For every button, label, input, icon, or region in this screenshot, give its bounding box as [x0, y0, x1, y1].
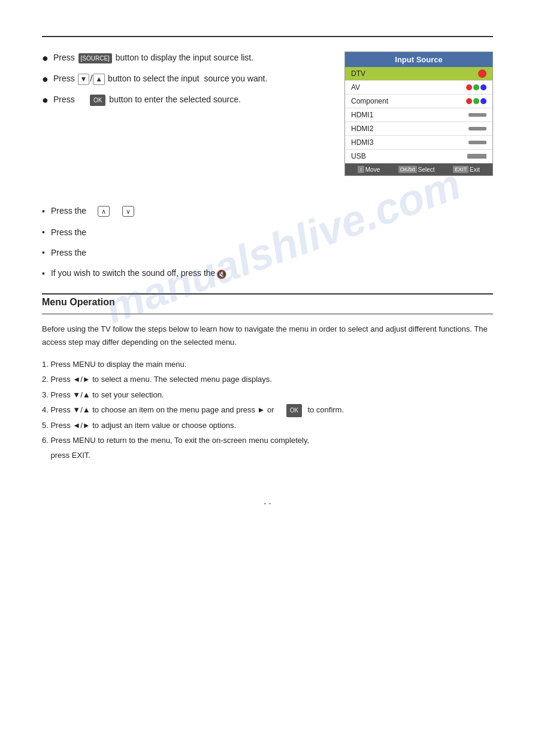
footer-move: ↕ Move: [358, 166, 380, 173]
sound-text-2: Press the: [51, 227, 86, 237]
sound-bullet-4: •: [42, 269, 45, 278]
menu-title: Menu Operation: [42, 297, 493, 308]
step-3: 3. Press ▼/▲ to set your selection.: [42, 388, 493, 402]
input-source-box: Input Source DTV AV Component: [344, 51, 493, 176]
source-footer: ↕ Move OK/txt Select EXIT Exit: [345, 163, 492, 175]
move-arrow-icon: ↕: [358, 166, 364, 173]
step-1: 1. Press MENU to display the main menu.: [42, 357, 493, 371]
mute-icon: 🔇: [216, 269, 226, 279]
source-label-hdmi2: HDMI2: [351, 125, 373, 133]
footer-text: - -: [264, 499, 271, 508]
source-row-component[interactable]: Component: [345, 95, 492, 108]
source-icons-av: [466, 84, 486, 90]
source-usb-icon: [467, 154, 486, 159]
menu-description: Before using the TV follow the steps bel…: [42, 323, 493, 349]
step-2: 2. Press ◄/► to select a menu. The selec…: [42, 372, 493, 386]
bullet-dot-1: ●: [42, 50, 49, 66]
sound-bullet-2: •: [42, 227, 45, 237]
footer-exit-label: Exit: [470, 166, 480, 173]
page: manualshlive.com ● Press [SOURCE] button…: [0, 0, 535, 756]
menu-steps: 1. Press MENU to display the main menu. …: [42, 357, 493, 463]
page-footer: - -: [42, 499, 493, 508]
source-row-dtv[interactable]: DTV: [345, 67, 492, 81]
source-row-hdmi3[interactable]: HDMI3: [345, 136, 492, 150]
chevron-down-btn: ∨: [122, 206, 134, 217]
bullet-text-1: Press [SOURCE] button to display the inp…: [53, 51, 253, 64]
source-label-dtv: DTV: [351, 69, 365, 78]
select-ok-icon: OK/txt: [398, 166, 417, 173]
circle-red: [466, 84, 472, 90]
step-6b: press EXIT.: [42, 448, 493, 462]
source-selected-icon: [478, 69, 486, 78]
step-6: 6. Press MENU to return to the menu, To …: [42, 433, 493, 447]
bullet-text-3: Press OK button to enter the selected so…: [53, 93, 241, 106]
source-row-av[interactable]: AV: [345, 81, 492, 95]
sound-bullet-3: •: [42, 248, 45, 257]
menu-section: Menu Operation Before using the TV follo…: [42, 293, 493, 463]
sound-item-3: • Press the: [42, 248, 493, 257]
source-row-hdmi1[interactable]: HDMI1: [345, 108, 492, 122]
input-source-section: ● Press [SOURCE] button to display the i…: [42, 51, 493, 176]
source-label-av: AV: [351, 83, 360, 92]
source-icons-component: [466, 98, 486, 104]
footer-select: OK/txt Select: [398, 166, 435, 173]
bullet-dot-2: ●: [42, 71, 49, 87]
bullet-item-1: ● Press [SOURCE] button to display the i…: [42, 51, 330, 66]
bullet-item-3: ● Press OK button to enter the selected …: [42, 93, 330, 108]
ok-btn-confirm: OK: [286, 404, 302, 417]
sound-bullet-1: •: [42, 207, 45, 216]
source-label-component: Component: [351, 97, 388, 105]
sound-item-1: • Press the ∧ ∨: [42, 206, 493, 217]
circle-green: [473, 84, 479, 90]
footer-select-label: Select: [418, 166, 435, 173]
source-row-usb[interactable]: USB: [345, 150, 492, 163]
menu-divider-bottom: [42, 314, 493, 314]
bullet-dot-3: ●: [42, 92, 49, 108]
ok-btn-inline: OK: [90, 95, 105, 106]
source-label-hdmi3: HDMI3: [351, 138, 373, 147]
step-4: 4. Press ▼/▲ to choose an item on the me…: [42, 403, 493, 417]
exit-icon: EXIT: [453, 166, 468, 173]
circle-blue: [480, 84, 486, 90]
up-arrow-btn: ▲: [93, 74, 105, 85]
source-bar-hdmi2: [468, 127, 486, 130]
source-bar-hdmi1: [468, 113, 486, 117]
sound-text-4: If you wish to switch the sound off, pre…: [51, 268, 226, 278]
sound-item-4: • If you wish to switch the sound off, p…: [42, 268, 493, 278]
sound-item-2: • Press the: [42, 227, 493, 237]
component-red: [466, 98, 472, 104]
input-source-title: Input Source: [345, 52, 492, 67]
menu-divider-top: [42, 293, 493, 294]
bullet-item-2: ● Press ▼/▲ button to select the input s…: [42, 72, 330, 87]
down-arrow-btn: ▼: [78, 74, 90, 85]
component-green: [473, 98, 479, 104]
sound-text-1: Press the ∧ ∨: [51, 206, 136, 217]
sound-section: • Press the ∧ ∨ • Press the • Press the …: [42, 206, 493, 279]
source-bar-hdmi3: [468, 141, 486, 144]
component-blue: [480, 98, 486, 104]
footer-exit: EXIT Exit: [453, 166, 480, 173]
bullet-text-2: Press ▼/▲ button to select the input sou…: [53, 72, 267, 85]
top-divider: [42, 36, 493, 37]
source-label-hdmi1: HDMI1: [351, 111, 373, 119]
source-label-usb: USB: [351, 152, 366, 160]
step-5: 5. Press ◄/► to adjust an item value or …: [42, 418, 493, 432]
sound-text-3: Press the: [51, 248, 86, 257]
footer-move-label: Move: [365, 166, 380, 173]
source-btn: [SOURCE]: [78, 53, 112, 63]
bullet-list: ● Press [SOURCE] button to display the i…: [42, 51, 330, 114]
source-row-hdmi2[interactable]: HDMI2: [345, 122, 492, 136]
chevron-up-btn: ∧: [98, 206, 110, 217]
